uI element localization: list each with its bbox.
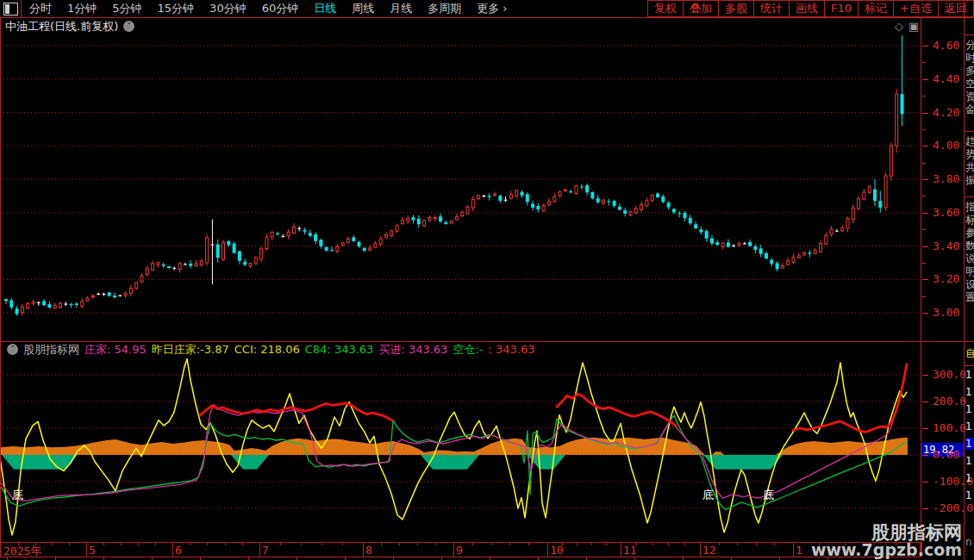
strip-divider	[965, 196, 974, 197]
tab-5min[interactable]: 5分钟	[104, 0, 149, 17]
strip-list-item[interactable]: 1	[965, 420, 974, 432]
indicator-axis-label: 100.0	[933, 421, 964, 434]
chevron-down-icon[interactable]: ˅	[123, 21, 134, 32]
button-fuquan[interactable]: 复权	[647, 0, 683, 17]
time-axis-cell: 2025年	[1, 543, 87, 557]
layout-toggle-icon[interactable]	[3, 3, 18, 16]
time-tick	[774, 543, 775, 545]
time-tick	[18, 543, 19, 545]
axis-minor-tick	[922, 62, 926, 63]
time-tick	[684, 543, 685, 545]
strip-list-item[interactable]: 1	[965, 403, 974, 415]
time-axis-cell: 8	[363, 543, 454, 557]
time-tick	[301, 543, 302, 545]
indicator-header-item: 买进: 343.63	[378, 342, 447, 358]
button-huaxian[interactable]: 画线	[789, 0, 824, 17]
button-diejia[interactable]: 叠加	[683, 0, 718, 17]
time-tick	[562, 543, 563, 545]
strip-divider	[965, 34, 974, 35]
time-axis-label: 7	[262, 544, 269, 557]
button-f10[interactable]: F10	[824, 0, 858, 17]
chart-title-bar[interactable]: 中油工程(日线.前复权) ˅	[0, 18, 134, 34]
tab-weekly[interactable]: 周线	[344, 0, 382, 17]
time-axis-cell: 6	[172, 543, 260, 557]
diamond-icon[interactable]: ◇	[895, 20, 903, 33]
axis-tick	[922, 482, 928, 482]
price-axis-label: 3.80	[933, 172, 964, 185]
bottom-signal-label: 底	[763, 488, 774, 501]
time-tick	[472, 543, 473, 545]
left-border	[0, 18, 1, 557]
split-window-icon[interactable]: ▣	[908, 20, 919, 33]
time-axis-label: 5	[89, 544, 96, 557]
trading-app-window: 分时 1分钟 5分钟 15分钟 30分钟 60分钟 日线 周线 月线 多周期 更…	[0, 0, 974, 560]
time-tick	[381, 543, 382, 545]
tab-multi-period[interactable]: 多周期	[420, 0, 469, 17]
time-axis-label: 9	[456, 544, 463, 557]
candlestick-chart[interactable]	[0, 35, 921, 341]
price-axis-label: 3.40	[933, 240, 964, 252]
axis-tick	[922, 313, 928, 314]
button-biaoji[interactable]: 标记	[858, 0, 893, 17]
tab-monthly[interactable]: 月线	[382, 0, 420, 17]
tab-1min[interactable]: 1分钟	[59, 0, 104, 17]
tab-more[interactable]: 更多 ›	[469, 0, 515, 17]
strip-list-item[interactable]: 1	[965, 489, 974, 501]
strip-bottom-char: n	[965, 536, 974, 548]
indicator-site-label: 股朋指标网	[23, 342, 79, 358]
axis-minor-tick	[922, 263, 926, 264]
indicator-axis-label: 0.00	[933, 448, 964, 461]
time-axis-label: 12	[702, 544, 716, 557]
strip-list-item[interactable]: 1	[965, 455, 974, 467]
stock-title: 中油工程(日线.前复权)	[5, 19, 118, 34]
button-tongji[interactable]: 统计	[753, 0, 789, 17]
time-tick	[737, 543, 738, 545]
time-tick	[668, 543, 669, 545]
time-axis-label: 8	[365, 544, 372, 557]
strip-menu-item[interactable]: 振	[965, 173, 974, 188]
tab-fenshi[interactable]: 分时	[22, 0, 59, 17]
time-axis-label: 1	[796, 544, 802, 557]
strip-menu-item[interactable]: 自	[965, 346, 974, 361]
button-add-watchlist[interactable]: +自选	[893, 0, 938, 17]
indicator-axis-label: -200.0	[933, 501, 964, 514]
indicator-header[interactable]: ˅ 股朋指标网 庄家: 54.95昨日庄家:-3.87CCI: 218.06C8…	[2, 343, 534, 356]
strip-list-item[interactable]: 1	[965, 386, 974, 398]
right-side-strip[interactable]: 分时多空资金趋势共振指标参数说明设置自11111111n	[964, 0, 974, 560]
strip-list-item[interactable]: 1	[965, 369, 974, 381]
time-tick	[491, 543, 492, 545]
price-axis-label: 4.60	[933, 39, 964, 52]
bottom-signal-label: 底	[12, 488, 23, 501]
time-tick	[399, 543, 400, 545]
indicator-chart[interactable]: 底底底	[0, 342, 921, 539]
strip-divider	[965, 365, 974, 366]
price-axis-label: 3.20	[933, 272, 964, 285]
watermark: 股朋指标网 www.7gpzb.com	[811, 523, 962, 559]
strip-list-item[interactable]: 1	[965, 472, 974, 484]
time-axis-cell: 12	[700, 543, 794, 557]
indicator-header-item: C84: 343.63	[305, 343, 374, 356]
strip-menu-item[interactable]: 置	[965, 290, 974, 305]
time-tick	[280, 543, 281, 545]
button-duogu[interactable]: 多股	[718, 0, 753, 17]
strip-menu-item[interactable]: 金	[965, 103, 974, 117]
time-tick	[225, 543, 226, 545]
time-tick	[719, 543, 720, 545]
time-axis-label: 11	[623, 544, 637, 557]
axis-border	[921, 18, 921, 557]
strip-list-item[interactable]: 1	[965, 438, 974, 450]
tab-30min[interactable]: 30分钟	[202, 0, 254, 17]
time-tick	[577, 543, 578, 545]
time-tick	[342, 543, 343, 545]
time-tick	[509, 543, 510, 545]
tab-daily[interactable]: 日线	[306, 0, 344, 17]
axis-minor-tick	[922, 196, 926, 196]
axis-minor-tick	[922, 296, 926, 297]
time-tick	[636, 543, 637, 545]
price-axis-label: 4.00	[933, 139, 964, 152]
time-tick	[242, 543, 243, 545]
axis-tick	[922, 279, 928, 280]
tab-60min[interactable]: 60分钟	[254, 0, 307, 17]
collapse-icon[interactable]: ˅	[7, 344, 18, 355]
tab-15min[interactable]: 15分钟	[150, 0, 203, 17]
